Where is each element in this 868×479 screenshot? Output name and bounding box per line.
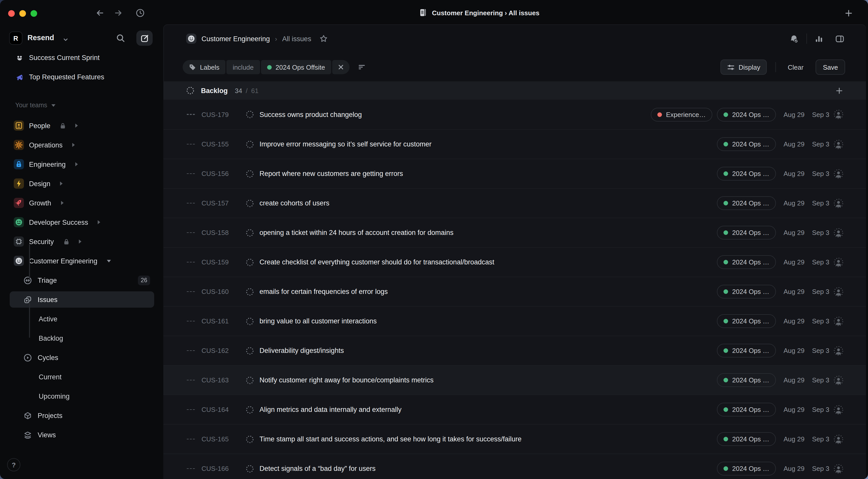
compose-button[interactable] bbox=[136, 31, 153, 46]
filter-value[interactable]: 2024 Ops Offsite bbox=[261, 60, 331, 74]
close-button[interactable] bbox=[8, 10, 15, 17]
assignee-avatar-placeholder[interactable] bbox=[833, 109, 844, 120]
save-button[interactable]: Save bbox=[816, 60, 845, 75]
chevron-right-icon[interactable] bbox=[98, 220, 100, 224]
priority-icon[interactable] bbox=[187, 173, 195, 174]
sidebar-team-developer-success[interactable]: Developer Success bbox=[0, 213, 163, 232]
status-backlog-icon[interactable] bbox=[246, 317, 254, 325]
status-backlog-icon[interactable] bbox=[246, 465, 254, 473]
priority-icon[interactable] bbox=[187, 203, 195, 203]
favorite-star-icon[interactable] bbox=[319, 35, 328, 43]
issue-title[interactable]: Success owns product changelog bbox=[259, 110, 651, 118]
priority-icon[interactable] bbox=[187, 380, 195, 380]
issue-title[interactable]: Deliverability digest/insights bbox=[259, 347, 717, 354]
status-backlog-icon[interactable] bbox=[246, 376, 254, 384]
label-pill[interactable]: 2024 Ops … bbox=[717, 137, 776, 151]
status-backlog-icon[interactable] bbox=[246, 406, 254, 414]
issue-row[interactable]: CUS-165 Time stamp all start and success… bbox=[163, 424, 866, 454]
issue-row[interactable]: CUS-158 opening a ticket within 24 hours… bbox=[163, 218, 866, 247]
filter-remove[interactable] bbox=[332, 60, 349, 74]
assignee-avatar-placeholder[interactable] bbox=[833, 228, 844, 238]
priority-icon[interactable] bbox=[187, 114, 195, 115]
issue-row[interactable]: CUS-166 Detect signals of a “bad day” fo… bbox=[163, 454, 866, 479]
back-icon[interactable] bbox=[96, 9, 104, 17]
insights-chart-icon[interactable] bbox=[814, 34, 824, 43]
sidebar-team-operations[interactable]: Operations bbox=[0, 135, 163, 155]
sidebar-item-top-requested-features[interactable]: Top Requested Features bbox=[0, 67, 163, 87]
sidebar-item-triage[interactable]: Triage 26 bbox=[0, 270, 163, 290]
breadcrumb-view[interactable]: All issues bbox=[282, 35, 311, 42]
chevron-right-icon[interactable] bbox=[75, 162, 78, 166]
issue-title[interactable]: create cohorts of users bbox=[259, 199, 717, 207]
sidebar-team-security[interactable]: Security bbox=[0, 232, 163, 251]
workspace-name[interactable]: Resend bbox=[28, 34, 54, 42]
label-pill[interactable]: Experience… bbox=[651, 107, 712, 121]
breadcrumb-team[interactable]: Customer Engineering bbox=[202, 35, 270, 42]
status-backlog-icon[interactable] bbox=[246, 258, 254, 266]
issue-row[interactable]: CUS-163 Notify customer right away for b… bbox=[163, 365, 866, 394]
label-pill[interactable]: 2024 Ops … bbox=[717, 285, 776, 298]
issue-title[interactable]: Improve error messaging so it’s self ser… bbox=[259, 140, 717, 148]
label-pill[interactable]: 2024 Ops … bbox=[717, 226, 776, 240]
display-button[interactable]: Display bbox=[720, 60, 767, 75]
priority-icon[interactable] bbox=[187, 143, 195, 145]
assignee-avatar-placeholder[interactable] bbox=[833, 168, 844, 179]
issue-row[interactable]: CUS-155 Improve error messaging so it’s … bbox=[163, 129, 866, 159]
sidebar-team-people[interactable]: People bbox=[0, 116, 163, 135]
status-backlog-icon[interactable] bbox=[246, 288, 254, 296]
issue-row[interactable]: CUS-164 Align metrics and data internall… bbox=[163, 394, 866, 424]
issue-title[interactable]: Time stamp all start and success actions… bbox=[259, 435, 717, 443]
sidebar-item-views[interactable]: Views bbox=[0, 425, 163, 444]
priority-icon[interactable] bbox=[187, 439, 195, 439]
label-pill[interactable]: 2024 Ops … bbox=[717, 196, 776, 210]
status-backlog-icon[interactable] bbox=[246, 229, 254, 237]
chevron-down-icon[interactable] bbox=[63, 37, 68, 42]
priority-icon[interactable] bbox=[187, 350, 195, 351]
label-pill[interactable]: 2024 Ops … bbox=[717, 403, 776, 416]
your-teams-header[interactable]: Your teams bbox=[15, 102, 56, 109]
side-panel-toggle-icon[interactable] bbox=[835, 34, 845, 43]
sidebar-team-growth[interactable]: Growth bbox=[0, 193, 163, 213]
priority-icon[interactable] bbox=[187, 232, 195, 233]
assignee-avatar-placeholder[interactable] bbox=[833, 434, 844, 444]
assignee-avatar-placeholder[interactable] bbox=[833, 287, 844, 297]
issue-row[interactable]: CUS-162 Deliverability digest/insights 2… bbox=[163, 336, 866, 365]
chevron-right-icon[interactable] bbox=[75, 124, 78, 128]
label-pill[interactable]: 2024 Ops … bbox=[717, 255, 776, 269]
sidebar-item-projects[interactable]: Projects bbox=[0, 406, 163, 425]
clear-button[interactable]: Clear bbox=[785, 63, 807, 71]
status-backlog-icon[interactable] bbox=[246, 435, 254, 443]
assignee-avatar-placeholder[interactable] bbox=[833, 464, 844, 474]
issue-title[interactable]: Report where new customers are getting e… bbox=[259, 170, 717, 178]
issue-row[interactable]: CUS-161 bring value to all customer inte… bbox=[163, 306, 866, 336]
status-backlog-icon[interactable] bbox=[246, 169, 254, 178]
sidebar-item-current[interactable]: Current bbox=[0, 367, 163, 386]
forward-icon[interactable] bbox=[114, 9, 123, 17]
assignee-avatar-placeholder[interactable] bbox=[833, 375, 844, 385]
priority-icon[interactable] bbox=[187, 291, 195, 292]
sidebar-item-cycles[interactable]: Cycles bbox=[0, 348, 163, 367]
status-backlog-icon[interactable] bbox=[246, 347, 254, 355]
issue-title[interactable]: opening a ticket within 24 hours of acco… bbox=[259, 229, 717, 236]
issue-title[interactable]: Create checklist of everything customer … bbox=[259, 258, 717, 266]
issue-title[interactable]: Detect signals of a “bad day” for users bbox=[259, 465, 717, 472]
chevron-right-icon[interactable] bbox=[79, 240, 82, 244]
label-pill[interactable]: 2024 Ops … bbox=[717, 344, 776, 357]
chevron-right-icon[interactable] bbox=[61, 201, 63, 205]
sidebar-item-upcoming[interactable]: Upcoming bbox=[0, 386, 163, 406]
assignee-avatar-placeholder[interactable] bbox=[833, 198, 844, 208]
help-button[interactable]: ? bbox=[7, 458, 20, 471]
issue-row[interactable]: CUS-157 create cohorts of users 2024 Ops… bbox=[163, 188, 866, 218]
filter-operator[interactable]: include bbox=[227, 60, 260, 74]
sidebar-team-design[interactable]: Design bbox=[0, 174, 163, 193]
assignee-avatar-placeholder[interactable] bbox=[833, 139, 844, 149]
priority-icon[interactable] bbox=[187, 468, 195, 469]
issue-title[interactable]: bring value to all customer interactions bbox=[259, 317, 717, 325]
sidebar-item-backlog[interactable]: Backlog bbox=[0, 328, 163, 348]
add-issue-plus-icon[interactable] bbox=[835, 87, 843, 94]
issue-title[interactable]: emails for certain frequencies of error … bbox=[259, 288, 717, 295]
history-clock-icon[interactable] bbox=[135, 8, 145, 18]
issue-title[interactable]: Align metrics and data internally and ex… bbox=[259, 406, 717, 413]
issue-row[interactable]: CUS-179 Success owns product changelog E… bbox=[163, 100, 866, 129]
sidebar-item-active[interactable]: Active bbox=[0, 309, 163, 328]
